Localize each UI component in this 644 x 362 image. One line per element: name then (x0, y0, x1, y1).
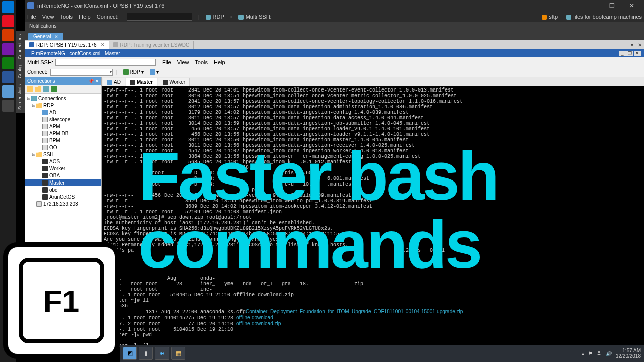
connect-label: Connect: (27, 69, 47, 75)
rail-config[interactable]: Config (16, 62, 23, 81)
app-icon (27, 2, 34, 9)
options-button[interactable]: ▾ (148, 69, 161, 75)
ssh-icon (238, 15, 244, 20)
panel-close-icon[interactable]: ✕ (95, 79, 99, 84)
rdp-proto-button[interactable]: RDP ▾ (121, 69, 146, 75)
sort-az-icon[interactable] (51, 86, 57, 92)
files-icon (566, 15, 571, 20)
terminal-icon (130, 80, 135, 85)
win-icon[interactable] (2, 1, 14, 13)
inner-menu-view[interactable]: View (177, 59, 189, 65)
connect-combo[interactable] (50, 69, 113, 76)
doc-close-icon[interactable]: ✕ (636, 42, 644, 48)
app-icon-2[interactable] (2, 29, 14, 41)
multissh-quick[interactable]: Multi SSH: (238, 14, 272, 20)
rail-connections[interactable]: Connections (16, 31, 23, 62)
doctab-active[interactable]: RDP: OPSB FY19 test 176✕ (25, 41, 109, 49)
document-tabs: RDP: OPSB FY19 test 176✕ RDP: Training v… (25, 40, 644, 49)
pc-icon (42, 117, 48, 122)
menu-tools[interactable]: Tools (60, 14, 73, 20)
ssh-node-icon (42, 187, 48, 193)
taskbar-mremote-icon[interactable]: ◩ (123, 347, 137, 360)
new-connection-icon[interactable] (27, 86, 33, 92)
connections-header: Connections📌 ✕ (25, 77, 101, 85)
rdp-quick[interactable]: RDP (206, 14, 224, 20)
play-icon (123, 69, 129, 75)
pc-icon (42, 124, 48, 129)
taskbar-cmd-icon[interactable]: ▮ (139, 347, 153, 360)
panel-tabs: General✕ (25, 31, 644, 40)
menu-connect-label: Connect: (97, 14, 119, 20)
terminal-icon (163, 80, 168, 85)
tray-up-icon[interactable]: ▴ (582, 351, 584, 356)
menu-view[interactable]: View (42, 14, 54, 20)
sftp-link[interactable]: sftp (542, 14, 558, 20)
rdp-icon (206, 15, 211, 20)
minimize-button[interactable]: — (582, 0, 602, 11)
ssh-node-icon (42, 173, 48, 178)
inner-menu-tools[interactable]: Tools (195, 59, 208, 65)
bc-close-icon[interactable]: ✕ (634, 51, 641, 56)
gear-icon (150, 69, 155, 75)
notifications-bar[interactable]: Notifications (25, 22, 644, 31)
pc-icon (36, 201, 42, 207)
globe-icon (31, 96, 37, 101)
inner-menubar: Multi SSH: File View Tools Help (25, 57, 644, 67)
doc-dropdown-icon[interactable]: ▾ (628, 42, 636, 48)
tray-vol-icon[interactable]: 🔊 (606, 351, 612, 356)
titlebar: mRemoteNG - confCons.xml - OPSB FY19 tes… (25, 0, 644, 11)
doctab-inactive[interactable]: RDP: Training vcenter ESWDC (109, 41, 194, 49)
close-button[interactable]: ✕ (622, 0, 642, 11)
inner-menu-help[interactable]: Help (214, 59, 225, 65)
side-rail: Connections Config Screenshots (16, 31, 25, 113)
bc-min-icon[interactable]: _ (619, 51, 626, 56)
pin-icon[interactable]: 📌 (88, 79, 94, 84)
connect-input[interactable] (127, 13, 192, 21)
taskbar-ie-icon[interactable]: e (155, 347, 169, 360)
breadcrumb: - P mRemoteNG - confCons.xml - Master _❐… (25, 49, 644, 57)
files-link[interactable]: files for bootcamp machines (566, 14, 642, 20)
menubar: File View Tools Help Connect: | RDP • Mu… (25, 11, 644, 22)
inner-multissh-label: Multi SSH: (27, 59, 53, 65)
menu-file[interactable]: File (27, 14, 36, 20)
terminal-output[interactable]: -rw-r--r--. 1 root root 2841 Dec 20 14:0… (102, 86, 644, 356)
sort-icon[interactable] (43, 86, 49, 92)
tab-close-icon[interactable]: ✕ (54, 34, 58, 39)
app-icon-6[interactable] (2, 85, 14, 98)
app-icon-3[interactable] (2, 43, 14, 55)
taskbar: ◩ ▮ e ▦ ▴ ⚑ 🖧 🔊 1:57 AM12/20/2018 (120, 345, 644, 362)
tray-clock[interactable]: 1:57 AM12/20/2018 (616, 348, 641, 359)
inner-toolbar: Connect: ▾ | RDP ▾ ▾ (25, 67, 644, 77)
doctab-close-icon[interactable]: ✕ (101, 42, 105, 47)
inner-menu-file[interactable]: File (162, 59, 171, 65)
ssh-node-icon (42, 159, 48, 164)
pc-icon (42, 131, 48, 136)
taskbar-explorer-icon[interactable]: ▦ (171, 347, 185, 360)
new-folder-icon[interactable] (35, 86, 41, 92)
app-icon-4[interactable] (2, 57, 14, 69)
sftp-icon (542, 15, 547, 20)
bc-max-icon[interactable]: ❐ (626, 51, 633, 56)
app-icon-1[interactable] (2, 15, 14, 27)
folder-icon (36, 103, 42, 108)
f1-key-graphic: F1 (3, 242, 120, 359)
pc-icon (42, 110, 48, 115)
window-title: mRemoteNG - confCons.xml - OPSB FY19 tes… (37, 3, 582, 9)
term-tab-worker[interactable]: Worker (158, 78, 190, 86)
pc-icon (42, 138, 48, 143)
tree-node-master[interactable]: Master (25, 179, 101, 186)
connections-toolbar (25, 85, 101, 94)
ssh-node-icon (42, 194, 48, 200)
term-tab-ad[interactable]: AD (103, 78, 125, 86)
rdp-tab-icon (29, 42, 34, 47)
app-icon-5[interactable] (2, 71, 14, 83)
rail-screenshots[interactable]: Screenshots (16, 81, 23, 113)
app-icon-7[interactable] (2, 100, 14, 112)
multissh-input[interactable] (55, 59, 156, 66)
general-tab[interactable]: General✕ (28, 33, 63, 40)
maximize-button[interactable]: ❐ (602, 0, 622, 11)
menu-help[interactable]: Help (79, 14, 91, 20)
tray-net-icon[interactable]: 🖧 (597, 351, 602, 356)
tray-flag-icon[interactable]: ⚑ (588, 351, 593, 356)
term-tab-master[interactable]: Master (126, 78, 157, 86)
